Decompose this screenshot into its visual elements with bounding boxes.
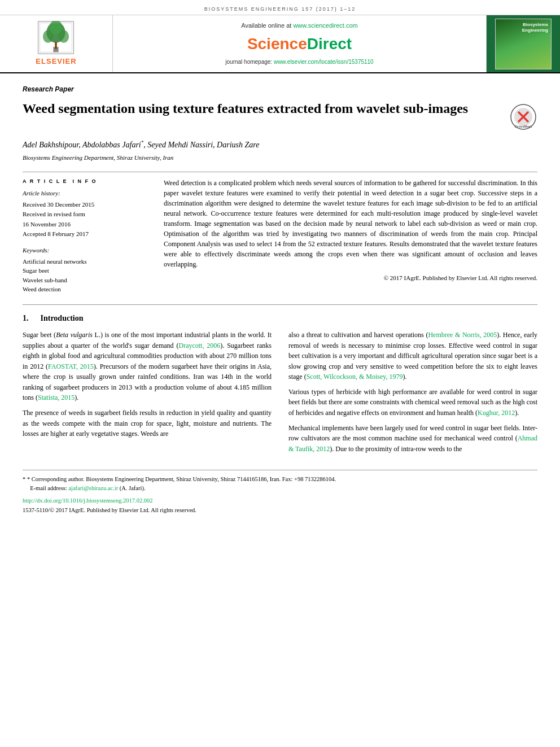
article-content: Research Paper Weed segmentation using t… <box>0 73 560 526</box>
intro-para-2: The presence of weeds in sugarbeet field… <box>23 408 272 439</box>
ahmad-link[interactable]: Ahmad & Taufik, 2012 <box>288 434 537 453</box>
journal-homepage: journal homepage: www.elsevier.com/locat… <box>225 58 373 66</box>
section-1-title: 1. Introduction <box>23 313 537 324</box>
doi-link[interactable]: http://dx.doi.org/10.1016/j.biosystemsen… <box>23 497 153 504</box>
abstract-column: Weed detection is a complicated problem … <box>164 178 537 295</box>
article-info-heading: A R T I C L E I N F O <box>23 178 147 185</box>
intro-para-3: also a threat to cultivation and harvest… <box>288 330 537 382</box>
section-1-number: 1. <box>23 314 29 322</box>
crossmark-icon[interactable]: CrossMark <box>509 103 537 131</box>
homepage-url-link[interactable]: www.elsevier.com/locate/issn/15375110 <box>274 59 374 65</box>
article-title-text: Weed segmentation using texture features… <box>23 100 509 117</box>
received-revised-label: Received in revised form <box>23 210 147 219</box>
elsevier-logo: ELSEVIER <box>36 21 76 67</box>
article-info-column: A R T I C L E I N F O Article history: R… <box>23 178 147 295</box>
draycott-link[interactable]: Draycott, 2006 <box>178 342 220 350</box>
sciencedirect-section: Available online at www.sciencedirect.co… <box>113 15 487 72</box>
introduction-section: 1. Introduction Sugar beet (Beta vulgari… <box>23 313 537 458</box>
received-revised-date: 16 November 2016 <box>23 220 147 229</box>
journal-cover-section: Biosystems Engineering <box>487 15 560 72</box>
faostat-link[interactable]: FAOSTAT, 2015 <box>48 362 94 370</box>
elsevier-logo-section: ELSEVIER <box>0 15 113 72</box>
article-title-section: Weed segmentation using texture features… <box>23 100 537 131</box>
keywords-label: Keywords: <box>23 246 147 255</box>
divider-2 <box>23 304 537 305</box>
abstract-text: Weed detection is a complicated problem … <box>164 178 537 269</box>
article-history-label: Article history: <box>23 189 147 198</box>
hembree-link[interactable]: Hembree & Norris, 2005 <box>428 331 497 339</box>
sciencedirect-logo: ScienceDirect <box>247 33 352 55</box>
divider-1 <box>23 172 537 172</box>
svg-text:CrossMark: CrossMark <box>514 125 532 128</box>
sciencedirect-url-link[interactable]: www.sciencedirect.com <box>293 22 357 29</box>
header: ELSEVIER Available online at www.science… <box>0 15 560 73</box>
article-type-label: Research Paper <box>23 85 537 94</box>
authors: Adel Bakhshipour, Abdolabbas Jafari*, Se… <box>23 139 537 150</box>
keywords-section: Keywords: Artificial neural networks Sug… <box>23 246 147 294</box>
journal-cover: Biosystems Engineering <box>495 19 552 69</box>
author-list: Adel Bakhshipour, Abdolabbas Jafari*, Se… <box>23 141 259 149</box>
footnote-email-link[interactable]: ajafari@shirazu.ac.ir <box>68 485 118 491</box>
keyword-3: Wavelet sub-band <box>23 276 147 285</box>
top-bar: BIOSYSTEMS ENGINEERING 157 (2017) 1–12 <box>0 0 560 15</box>
body-col-right: also a threat to cultivation and harvest… <box>288 330 537 459</box>
footnote-doi-line: http://dx.doi.org/10.1016/j.biosystemsen… <box>23 495 537 505</box>
footnote-star-symbol: * <box>23 476 27 482</box>
intro-para-5: Mechanical implements have been largely … <box>288 423 537 455</box>
keyword-4: Weed detection <box>23 285 147 294</box>
footer-copyright: 1537-5110/© 2017 IAgrE. Published by Els… <box>23 506 537 515</box>
available-online-text: Available online at www.sciencedirect.co… <box>241 21 357 30</box>
kughur-link[interactable]: Kughur, 2012 <box>478 409 515 417</box>
body-col-left: Sugar beet (Beta vulgaris L.) is one of … <box>23 330 272 459</box>
body-two-col: Sugar beet (Beta vulgaris L.) is one of … <box>23 330 537 459</box>
keyword-2: Sugar beet <box>23 267 147 275</box>
footnote-corresponding-author: * * Corresponding author. Biosystems Eng… <box>23 475 537 484</box>
statista-link[interactable]: Statista, 2015 <box>38 394 75 401</box>
section-1-heading: Introduction <box>41 314 84 322</box>
article-info-abstract-section: A R T I C L E I N F O Article history: R… <box>23 178 537 295</box>
elsevier-text: ELSEVIER <box>36 56 76 67</box>
keyword-1: Artificial neural networks <box>23 257 147 266</box>
intro-para-4: Various types of herbicide with high per… <box>288 387 537 418</box>
received-date: Received 30 December 2015 <box>23 200 147 209</box>
svg-rect-1 <box>55 42 58 49</box>
journal-cover-title: Biosystems Engineering <box>522 22 548 34</box>
elsevier-tree-icon <box>36 21 76 55</box>
footnote-email-line: E-mail address: ajafari@shirazu.ac.ir (A… <box>23 484 537 493</box>
scott-link[interactable]: Scott, Wilcockson, & Moisey, 1979 <box>307 373 403 381</box>
abstract-copyright: © 2017 IAgrE. Published by Elsevier Ltd.… <box>164 274 537 282</box>
intro-para-1: Sugar beet (Beta vulgaris L.) is one of … <box>23 330 272 403</box>
journal-title: BIOSYSTEMS ENGINEERING 157 (2017) 1–12 <box>204 6 356 12</box>
footer-divider <box>23 470 537 470</box>
accepted-date: Accepted 8 February 2017 <box>23 230 147 238</box>
affiliation: Biosystems Engineering Department, Shira… <box>23 154 537 162</box>
